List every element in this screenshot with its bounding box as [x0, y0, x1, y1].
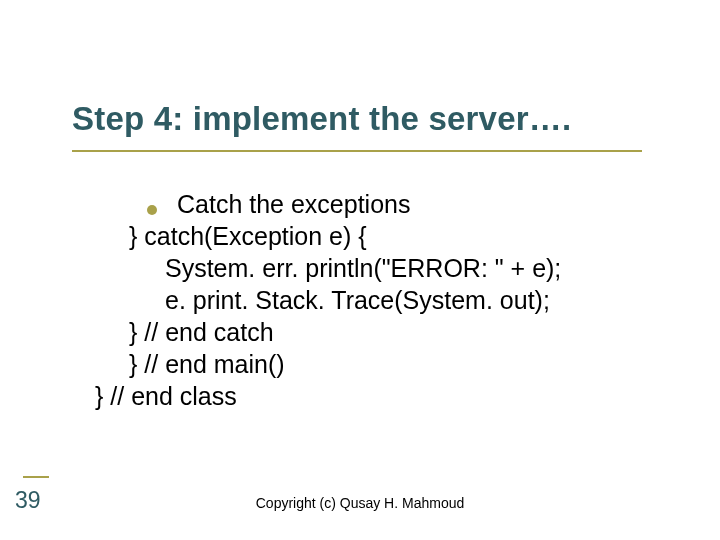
bullet-line: Catch the exceptions — [147, 188, 655, 220]
code-line-5: } // end main() — [129, 348, 655, 380]
title-underline — [72, 150, 642, 152]
slide: Step 4: implement the server…. Catch the… — [0, 0, 720, 540]
bullet-icon — [147, 205, 157, 215]
footer-copyright: Copyright (c) Qusay H. Mahmoud — [0, 495, 720, 511]
code-line-3: e. print. Stack. Trace(System. out); — [165, 284, 655, 316]
slide-body: Catch the exceptions } catch(Exception e… — [95, 188, 655, 412]
code-line-2: System. err. println("ERROR: " + e); — [165, 252, 655, 284]
slide-title: Step 4: implement the server…. — [72, 100, 571, 138]
bullet-text: Catch the exceptions — [177, 188, 410, 220]
code-line-4: } // end catch — [129, 316, 655, 348]
code-line-6: } // end class — [95, 380, 655, 412]
code-line-1: } catch(Exception e) { — [129, 220, 655, 252]
page-number-ornament — [23, 476, 49, 478]
